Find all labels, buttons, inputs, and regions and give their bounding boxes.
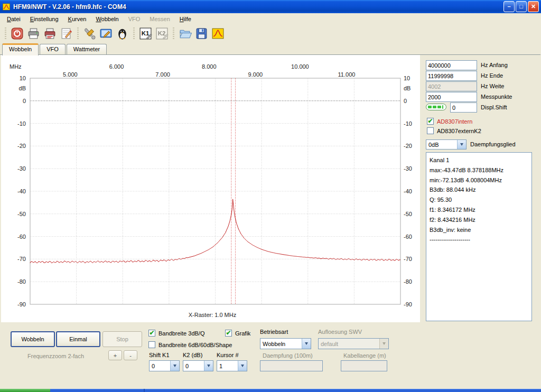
channel-info-box: Kanal 1max:-43.47dB 8.378188MHzmin:-72.1… bbox=[426, 152, 532, 321]
title-bar[interactable]: HFM9/NWT - V.2.06 - hfm9.hfc - COM4 – □ … bbox=[0, 0, 541, 13]
bandbreite-6db-checkbox[interactable]: ✔ bbox=[148, 341, 155, 348]
hz-weite-label: Hz Weite bbox=[481, 83, 504, 89]
svg-text:7.000: 7.000 bbox=[155, 71, 170, 78]
print-icon[interactable] bbox=[26, 26, 41, 41]
window-title: HFM9/NWT - V.2.06 - hfm9.hfc - COM4 bbox=[13, 3, 502, 11]
svg-text:-80: -80 bbox=[404, 278, 412, 285]
toolbar-grip bbox=[173, 27, 174, 40]
save-icon[interactable] bbox=[194, 26, 209, 41]
tab-vfo[interactable]: VFO bbox=[40, 44, 66, 55]
svg-text:X-Raster: 1.0 MHz: X-Raster: 1.0 MHz bbox=[189, 312, 236, 318]
folder-open-icon[interactable] bbox=[178, 26, 192, 41]
kabellaenge-label: Kabellaenge (m) bbox=[343, 352, 386, 359]
channel-info-line: f2: 8.434216 MHz bbox=[430, 215, 528, 225]
displ-shift-slider[interactable] bbox=[426, 104, 446, 110]
wobbeln-button[interactable]: Wobbeln bbox=[11, 331, 55, 347]
zoom-plus-button[interactable]: + bbox=[108, 350, 122, 360]
cursor-k2-icon: K2 bbox=[155, 26, 169, 41]
hz-anfang-label: Hz Anfang bbox=[481, 62, 508, 68]
messpunkte-input[interactable] bbox=[426, 92, 477, 102]
channel-info-line: Kanal 1 bbox=[430, 155, 528, 165]
svg-text:10.000: 10.000 bbox=[291, 63, 309, 70]
hz-anfang-input[interactable] bbox=[426, 60, 477, 70]
taskbar[interactable] bbox=[0, 389, 541, 392]
chevron-down-icon[interactable] bbox=[204, 361, 213, 371]
maximize-button[interactable]: □ bbox=[516, 1, 527, 12]
channel-info-line: --------------------- bbox=[430, 235, 528, 245]
messpunkte-label: Messpunkte bbox=[481, 94, 512, 100]
curve-icon[interactable] bbox=[211, 26, 225, 41]
svg-text:-70: -70 bbox=[17, 256, 26, 262]
frequenzzoom-label: Frequenzzoom 2-fach bbox=[27, 353, 84, 359]
displ-shift-input[interactable] bbox=[450, 102, 477, 113]
app-icon bbox=[2, 3, 11, 11]
svg-text:-90: -90 bbox=[404, 301, 412, 307]
betriebsart-label: Betriebsart bbox=[260, 329, 288, 335]
menu-item-datei[interactable]: Datei bbox=[2, 14, 25, 24]
svg-text:8.000: 8.000 bbox=[202, 63, 217, 70]
bandbreite-6db-label: Bandbreite 6dB/60dB/Shape bbox=[158, 342, 232, 348]
tab-wobbeln[interactable]: Wobbeln bbox=[2, 43, 39, 55]
bandbreite-3db-label: Bandbreite 3dB/Q bbox=[158, 330, 204, 337]
svg-text:dB: dB bbox=[404, 85, 411, 91]
menu-item-kurven[interactable]: Kurven bbox=[63, 14, 91, 24]
print-red-icon[interactable] bbox=[43, 26, 57, 41]
svg-text:-50: -50 bbox=[17, 211, 26, 217]
menu-item-einstellung[interactable]: Einstellung bbox=[25, 14, 63, 24]
channel-info-line: B3db: 88.044 kHz bbox=[430, 185, 528, 195]
channel-info-line: B3db_inv: keine bbox=[430, 225, 528, 235]
svg-text:-80: -80 bbox=[17, 278, 26, 285]
daempfungsglied-label: Daempfungsglied bbox=[470, 141, 516, 147]
svg-text:11.000: 11.000 bbox=[338, 71, 356, 78]
svg-text:-10: -10 bbox=[404, 120, 412, 127]
toolbar-grip bbox=[77, 27, 79, 40]
hz-weite-input bbox=[426, 81, 477, 91]
sweep-trace bbox=[30, 199, 400, 263]
svg-text:0: 0 bbox=[23, 98, 26, 104]
betriebsart-select[interactable]: Wobbeln bbox=[260, 338, 311, 349]
chevron-down-icon[interactable] bbox=[302, 339, 311, 349]
daempfungsglied-select[interactable]: 0dB bbox=[426, 139, 467, 150]
chevron-down-icon[interactable] bbox=[238, 361, 247, 371]
kabellaenge-input bbox=[341, 360, 387, 371]
menu-item-hilfe[interactable]: Hilfe bbox=[175, 14, 196, 24]
ad8307intern-checkbox[interactable]: ✔ bbox=[427, 118, 434, 125]
svg-text:K1: K1 bbox=[142, 30, 150, 36]
start-button[interactable] bbox=[0, 389, 50, 392]
cursor-k1-icon[interactable]: K1 bbox=[138, 26, 153, 41]
grafik-checkbox[interactable]: ✔ bbox=[225, 330, 232, 337]
shift-k1-label: Shift K1 bbox=[149, 352, 170, 358]
chevron-down-icon[interactable] bbox=[170, 361, 179, 371]
chevron-down-icon[interactable] bbox=[457, 140, 466, 149]
menu-bar: DateiEinstellungKurvenWobbelnVFOMessenHi… bbox=[0, 13, 541, 25]
application-window: HFM9/NWT - V.2.06 - hfm9.hfc - COM4 – □ … bbox=[0, 0, 541, 392]
tools-icon[interactable] bbox=[82, 26, 97, 41]
kursor-label: Kursor # bbox=[217, 352, 239, 358]
svg-text:9.000: 9.000 bbox=[248, 71, 263, 78]
hz-ende-input[interactable] bbox=[426, 71, 477, 81]
svg-text:-20: -20 bbox=[404, 143, 412, 149]
daempfung-label: Daempfung (100m) bbox=[263, 352, 313, 359]
tab-wattmeter[interactable]: Wattmeter bbox=[67, 44, 107, 55]
penguin-icon[interactable] bbox=[115, 26, 129, 41]
svg-text:K2: K2 bbox=[158, 30, 166, 36]
power-icon[interactable] bbox=[10, 26, 24, 41]
shift-k1-select[interactable]: 0 bbox=[149, 360, 180, 371]
close-button[interactable]: ✕ bbox=[528, 1, 539, 12]
kursor-select[interactable]: 1 bbox=[217, 360, 247, 371]
bandbreite-3db-checkbox[interactable]: ✔ bbox=[148, 330, 155, 337]
menu-item-wobbeln[interactable]: Wobbeln bbox=[91, 14, 123, 24]
chevron-down-icon bbox=[379, 339, 388, 349]
minimize-button[interactable]: – bbox=[503, 1, 515, 12]
svg-text:-10: -10 bbox=[17, 120, 26, 127]
svg-text:10: 10 bbox=[20, 75, 26, 81]
zoom-minus-button[interactable]: - bbox=[124, 350, 137, 360]
aufloesung-swv-label: Aufloesung SWV bbox=[318, 329, 362, 335]
einmal-button[interactable]: Einmal bbox=[56, 331, 100, 347]
ad8307externk2-checkbox[interactable]: ✔ bbox=[427, 127, 434, 134]
screen-edit-icon[interactable] bbox=[99, 26, 113, 41]
svg-text:-30: -30 bbox=[17, 165, 26, 172]
notes-icon[interactable] bbox=[59, 26, 73, 41]
svg-text:6.000: 6.000 bbox=[109, 63, 124, 70]
k2-db-select[interactable]: 0 bbox=[183, 360, 213, 371]
